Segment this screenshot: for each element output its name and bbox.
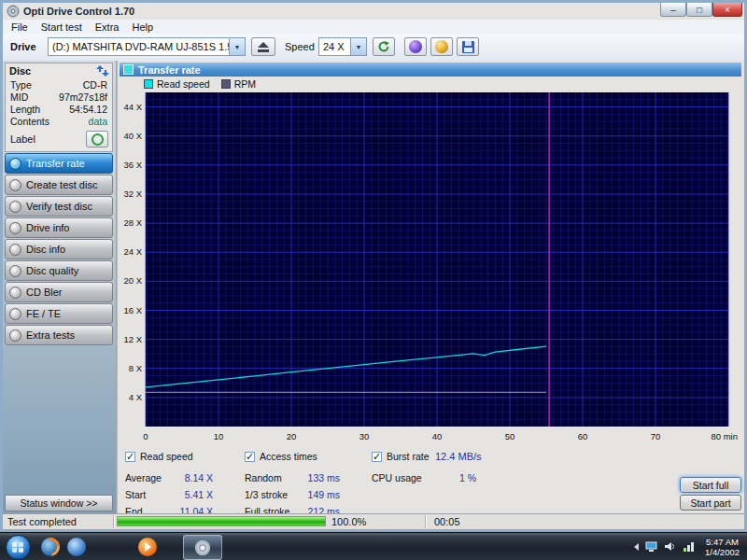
clock-time: 5:47 AM [705,537,740,547]
svg-text:4 X: 4 X [129,392,143,402]
svg-text:40 X: 40 X [123,131,142,141]
network-icon[interactable] [683,540,695,553]
reread-disc-icon[interactable] [96,65,109,77]
registration-icon [435,40,448,53]
checkbox-icon [245,452,255,462]
drive-select[interactable]: (D:) MATSHITA DVD-RAM UJ-851S 1.50 ▼ [48,37,246,56]
result-label: 1/3 stroke [245,486,288,503]
sidebar: Disc TypeCD-RMID97m27s18fLength54:54.12C… [3,61,117,514]
eject-button[interactable] [251,37,275,56]
start-part-button[interactable]: Start part [680,495,741,511]
menu-item-extra[interactable]: Extra [89,21,126,34]
sidebar-item-extra-tests[interactable]: Extra tests [5,325,113,345]
titlebar: Opti Drive Control 1.70 – □ × [3,3,744,21]
svg-text:20: 20 [287,431,297,441]
options-button[interactable] [404,37,427,56]
cpu-usage-label: CPU usage [372,469,422,486]
app-icon [7,5,20,18]
chevron-down-icon[interactable]: ▼ [350,38,366,55]
drive-select-value: (D:) MATSHITA DVD-RAM UJ-851S 1.50 [49,41,229,52]
chart-container: 44 X40 X36 X32 X28 X24 X20 X16 X12 X8 X4… [118,89,740,447]
speed-select[interactable]: 24 X ▼ [318,37,367,56]
checkbox-icon [372,452,382,462]
start-full-button[interactable]: Start full [680,477,741,493]
burst-rate-checkbox[interactable]: Burst rate [372,451,430,462]
disc-info-box: Disc TypeCD-RMID97m27s18fLength54:54.12C… [5,63,113,152]
start-button[interactable] [6,535,31,560]
hidden-icons-chevron[interactable] [634,543,639,551]
access-times-checkbox[interactable]: Access times [245,451,317,462]
sidebar-item-verify-test-disc[interactable]: Verify test disc [5,196,113,217]
sidebar-item-label: Verify test disc [26,201,92,212]
label-refresh-icon [92,133,104,146]
read-label-button[interactable] [86,131,108,147]
test-item-icon [9,329,21,342]
field-value: CD-R [83,79,107,91]
maximize-button[interactable]: □ [686,3,712,17]
read-speed-results: Average8.14 XStart5.41 XEnd11.04 X [125,469,213,520]
svg-text:28 X: 28 X [123,217,142,228]
taskbar: 5:47 AM 1/4/2002 [0,532,747,560]
legend-swatch [221,79,231,89]
field-label: Type [10,79,32,91]
volume-icon[interactable] [664,540,676,553]
test-nav: Transfer rateCreate test discVerify test… [5,153,113,346]
sidebar-item-create-test-disc[interactable]: Create test disc [5,175,113,195]
result-value: 8.14 X [185,469,213,486]
test-item-icon [9,308,21,320]
disc-box-header: Disc [9,65,31,77]
result-value: 149 ms [308,486,340,503]
statusbar-divider [425,515,427,528]
taskbar-clock[interactable]: 5:47 AM 1/4/2002 [701,537,743,557]
chevron-down-icon[interactable]: ▼ [229,38,245,55]
taskbar-item-opti-drive[interactable] [183,535,222,560]
cpu-usage-row: CPU usage 1 % [372,469,476,486]
test-item-icon [9,222,21,234]
sidebar-item-disc-info[interactable]: Disc info [5,239,113,259]
field-label: Contents [10,116,49,128]
sidebar-item-transfer-rate[interactable]: Transfer rate [5,153,113,174]
test-item-icon [9,201,21,213]
field-value: 54:54.12 [69,104,107,116]
statusbar-divider [113,515,115,528]
status-window-button[interactable]: Status window >> [5,495,113,511]
test-item-icon [9,265,21,277]
menu-item-start-test[interactable]: Start test [35,21,89,34]
sidebar-item-cd-bler[interactable]: CD Bler [5,282,113,302]
panel-header: Transfer rate [120,63,741,77]
sidebar-item-label: Drive info [26,222,69,233]
sidebar-item-label: Disc info [26,244,65,255]
sidebar-item-disc-quality[interactable]: Disc quality [5,260,113,281]
checkbox-label: Read speed [140,451,193,462]
refresh-button[interactable] [373,37,395,56]
disc-field-contents: Contentsdata [6,116,112,128]
toolbar: Drive (D:) MATSHITA DVD-RAM UJ-851S 1.50… [3,34,744,62]
result-label: Average [125,469,162,486]
minimize-button[interactable]: – [660,3,686,17]
svg-text:60: 60 [578,431,588,441]
display-icon[interactable] [645,540,657,553]
registration-button[interactable] [430,37,453,56]
svg-text:36 X: 36 X [123,160,142,170]
sidebar-item-drive-info[interactable]: Drive info [5,217,113,238]
drive-label: Drive [10,41,36,52]
internet-explorer-icon[interactable] [67,538,86,556]
svg-text:50: 50 [505,431,515,441]
test-item-icon [9,158,21,170]
refresh-icon [377,40,390,53]
checkbox-icon [125,452,135,462]
windows-flag-icon [12,541,24,553]
save-button[interactable] [457,37,479,56]
firefox-icon[interactable] [41,538,60,556]
close-button[interactable]: × [712,3,742,17]
read-speed-checkbox[interactable]: Read speed [125,451,193,462]
checkbox-label: Burst rate [387,451,430,462]
menu-item-help[interactable]: Help [125,21,160,34]
legend-swatch [144,79,153,89]
sidebar-item-fe-te[interactable]: FE / TE [5,303,113,324]
menu-item-file[interactable]: File [5,21,35,34]
media-player-icon[interactable] [138,538,157,556]
svg-text:44 X: 44 X [123,102,142,112]
svg-text:30: 30 [359,431,370,441]
status-text: Test completed [7,516,77,527]
